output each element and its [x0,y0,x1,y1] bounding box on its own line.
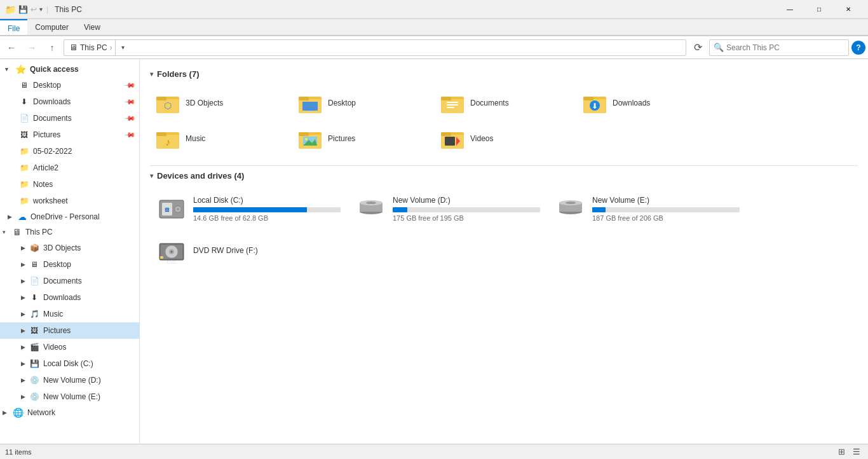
close-button[interactable]: ✕ [834,0,863,19]
drive-item-c[interactable]: ⊞ Local Disk (C:) 14.6 GB free of 62.8 G… [150,188,347,229]
new-vol-d-icon-2 [356,193,386,224]
sidebar-item-downloads-pc[interactable]: ▶ ⬇ Downloads [0,289,139,306]
svg-rect-32 [441,132,451,136]
sidebar-item-new-vol-e[interactable]: ▶ 💿 New Volume (E:) [0,388,139,405]
chevron-right-icon-4: ▶ [18,278,28,284]
svg-text:⊞: ⊞ [165,207,170,213]
undo-icon[interactable]: ↩ [31,5,37,14]
sidebar-item-notes[interactable]: 📁 Notes [0,176,139,193]
list-view-button[interactable]: ☰ [850,446,863,458]
chevron-right-icon-7: ▶ [18,327,28,334]
new-vol-e-icon-2 [555,193,586,224]
sidebar-this-pc-header[interactable]: ▾ 🖥 This PC [0,224,139,240]
sidebar-item-music-pc[interactable]: ▶ 🎵 Music [0,306,139,322]
new-vol-d-icon: 💿 [28,374,41,387]
status-right: ⊞ ☰ [835,446,863,458]
folder-item-3dobjects[interactable]: ⬡ 3D Objects [150,86,290,120]
sidebar-item-desktop-pc[interactable]: ▶ 🖥 Desktop [0,256,139,273]
tab-file[interactable]: File [0,19,27,35]
network-label: Network [27,408,55,417]
drive-item-e[interactable]: New Volume (E:) 187 GB free of 206 GB [549,188,746,229]
documents-icon: 📄 [18,112,31,125]
folder-label-documents: Documents [470,99,509,107]
address-dropdown[interactable]: ▾ [115,39,130,56]
pictures-icon-2: 🖼 [28,324,41,337]
grid-view-button[interactable]: ⊞ [835,446,848,458]
drive-grid: ⊞ Local Disk (C:) 14.6 GB free of 62.8 G… [150,188,858,272]
svg-text:⬇: ⬇ [592,102,598,111]
folder-label-music: Music [186,134,205,143]
sidebar-item-date-folder[interactable]: 📁 05-02-2022 [0,143,139,160]
back-button[interactable]: ← [3,39,20,57]
pictures-icon: 🖼 [18,128,31,141]
sidebar-item-documents-pc[interactable]: ▶ 📄 Documents [0,273,139,289]
sidebar-item-pictures[interactable]: 🖼 Pictures 📌 [0,127,139,143]
this-pc-label: This PC [25,228,53,236]
new-vol-e-icon: 💿 [28,390,41,403]
window-controls: — □ ✕ [775,0,863,19]
local-disk-icon: 💾 [28,357,41,370]
sidebar-item-pictures-pc[interactable]: ▶ 🖼 Pictures [0,322,139,339]
svg-rect-13 [447,104,458,106]
sidebar-network[interactable]: ▶ 🌐 Network [0,405,139,420]
folder-item-pictures[interactable]: Pictures [292,122,432,155]
folder-item-desktop[interactable]: Desktop [292,86,432,120]
videos-icon: 🎬 [28,341,41,353]
drive-e-fill [592,207,606,212]
help-button[interactable]: ? [851,41,865,55]
sidebar-onedrive[interactable]: ▶ ☁ OneDrive - Personal [0,209,139,224]
drive-c-info: Local Disk (C:) 14.6 GB free of 62.8 GB [193,196,341,222]
folders-section-header[interactable]: ▾ Folders (7) [150,69,858,79]
drive-d-space: 175 GB free of 195 GB [393,214,540,222]
svg-rect-14 [447,107,454,108]
drive-d-bar [393,207,540,212]
onedrive-icon: ☁ [18,212,27,222]
folder-item-documents[interactable]: Documents [435,86,574,120]
tab-computer[interactable]: Computer [27,19,76,35]
up-button[interactable]: ↑ [43,39,61,57]
drive-c-fill [193,207,307,212]
sidebar-item-desktop[interactable]: 🖥 Desktop 📌 [0,77,139,93]
folder-icon-4: 📁 [18,195,31,207]
search-input[interactable] [726,43,844,52]
sidebar-item-3dobjects[interactable]: ▶ 📦 3D Objects [0,240,139,256]
sidebar-quick-access-header[interactable]: ▾ ⭐ Quick access [0,62,139,77]
svg-rect-17 [583,97,593,100]
drives-section-header[interactable]: ▾ Devices and drives (4) [150,171,858,181]
sidebar-item-documents[interactable]: 📄 Documents 📌 [0,110,139,127]
sidebar-item-local-disk[interactable]: ▶ 💾 Local Disk (C:) [0,355,139,372]
tab-view[interactable]: View [76,19,108,35]
folder-item-downloads[interactable]: ⬇ Downloads [577,86,717,120]
chevron-right-icon-9: ▶ [18,360,28,367]
quick-save-icon[interactable]: 💾 [18,5,28,14]
sidebar-item-new-vol-d[interactable]: ▶ 💿 New Volume (D:) [0,372,139,388]
sidebar-item-article2[interactable]: 📁 Article2 [0,160,139,176]
drive-item-f[interactable]: DVD DVD RW Drive (F:) [150,231,347,272]
folder-item-music[interactable]: ♪ Music [150,122,290,155]
folder-item-videos[interactable]: Videos [435,122,574,155]
sidebar-item-worksheet[interactable]: 📁 worksheet [0,193,139,209]
chevron-right-icon-2: ▶ [18,245,28,251]
drive-item-d[interactable]: New Volume (D:) 175 GB free of 195 GB [349,188,546,229]
search-box: 🔍 [709,39,849,56]
folder-icon-3: 📁 [18,178,31,191]
refresh-button[interactable]: ⟳ [689,39,707,57]
forward-button[interactable]: → [23,39,41,57]
svg-rect-8 [308,111,313,112]
drive-d-name: New Volume (D:) [393,196,540,205]
svg-text:DVD: DVD [167,260,177,264]
address-path[interactable]: 🖥 This PC › ▾ [64,39,686,56]
ribbon: File Computer View [0,19,868,36]
svg-point-29 [305,138,308,140]
maximize-button[interactable]: □ [804,0,834,19]
sidebar-item-videos-pc[interactable]: ▶ 🎬 Videos [0,339,139,355]
folder-label-3dobjects: 3D Objects [186,99,223,107]
downloads-icon-2: ⬇ [28,291,41,304]
svg-rect-26 [299,132,309,136]
title-bar: 📁 💾 ↩ ▾ | This PC — □ ✕ [0,0,868,19]
sidebar-item-downloads[interactable]: ⬇ Downloads 📌 [0,93,139,110]
dropdown-arrow[interactable]: ▾ [39,6,43,13]
app-icon: 📁 [5,4,16,15]
minimize-button[interactable]: — [775,0,804,19]
svg-rect-22 [156,132,166,136]
